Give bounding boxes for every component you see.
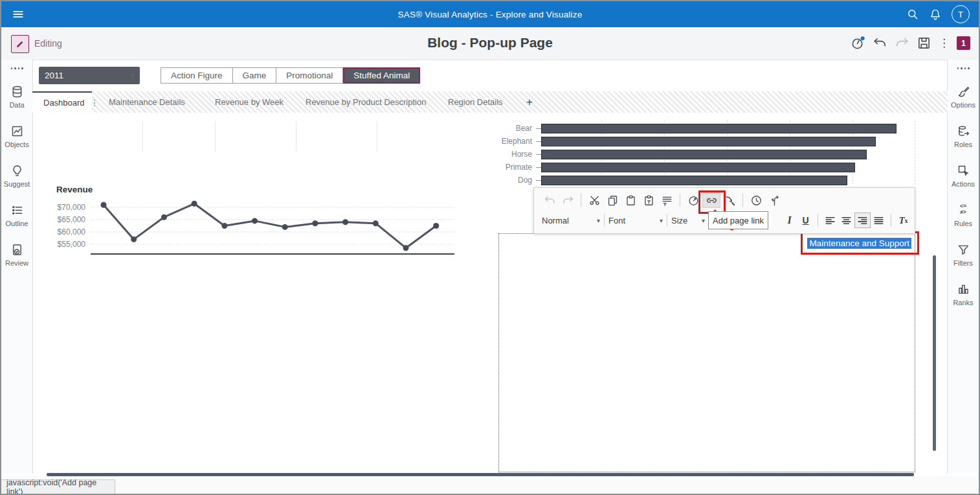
add-page-button[interactable]: + (526, 91, 533, 113)
kpi-divider (377, 121, 377, 152)
y-axis-label: $60,000 (56, 227, 85, 236)
year-dropdown-value: 2011 (45, 71, 63, 80)
database-icon (10, 85, 24, 98)
date-time-button[interactable] (747, 192, 765, 208)
bell-icon[interactable] (929, 8, 942, 21)
review-doc-icon (10, 243, 24, 257)
rail-item-roles[interactable]: Roles (948, 124, 979, 148)
align-justify-icon (873, 214, 885, 227)
cut-button[interactable] (585, 192, 603, 208)
vertical-scrollbar[interactable] (933, 255, 936, 451)
rail-item-objects[interactable]: Objects (1, 124, 32, 148)
search-icon[interactable] (906, 8, 919, 21)
url-link-icon (724, 194, 736, 207)
rail-item-outline[interactable]: Outline (1, 203, 32, 227)
data-point (192, 201, 197, 207)
align-right-button[interactable] (854, 213, 871, 228)
rail-item-label: Ranks (953, 299, 973, 306)
kpi-divider (142, 121, 143, 152)
notification-badge[interactable]: 1 (957, 36, 970, 50)
size-value: Size (671, 216, 687, 225)
rail-overflow-dots[interactable] (1, 60, 32, 69)
app-bar-actions: T (906, 1, 970, 27)
add-url-link-button[interactable] (720, 192, 739, 208)
product-button-stuffed-animal[interactable]: Stuffed Animal (343, 67, 420, 84)
clear-formatting-button[interactable]: Tx (895, 213, 911, 228)
rail-item-label: Roles (954, 141, 972, 148)
page-title: Blog - Pop-up Page (1, 35, 979, 51)
axis-tick (536, 167, 541, 168)
paragraph-style-dropdown[interactable]: Normal ▾ (542, 216, 600, 225)
data-point (252, 218, 258, 224)
refresh-status-icon[interactable] (851, 36, 865, 51)
data-point (342, 219, 348, 225)
bar-horse[interactable] (541, 150, 867, 159)
more-options-icon[interactable]: ⋮ (939, 36, 950, 50)
underline-button[interactable]: U (797, 213, 814, 228)
size-dropdown[interactable]: Size ▾ (671, 216, 705, 225)
rail-item-review[interactable]: Review (1, 243, 32, 267)
tab-dashboard[interactable]: Dashboard ⋮ (32, 91, 92, 113)
rail-overflow-dots[interactable] (948, 60, 979, 69)
bar-elephant[interactable] (541, 137, 876, 146)
dynamic-text-icon (687, 194, 700, 207)
data-point (221, 223, 227, 229)
product-button-promotional[interactable]: Promotional (276, 67, 343, 84)
font-dropdown[interactable]: Font ▾ (608, 216, 663, 225)
product-button-game[interactable]: Game (233, 67, 277, 84)
rail-item-actions[interactable]: Actions (948, 164, 979, 188)
italic-button[interactable]: I (781, 213, 797, 228)
line-chart[interactable] (85, 188, 461, 259)
axis-tick (536, 154, 541, 155)
align-justify-button[interactable] (871, 213, 887, 228)
tab-revenue-by-week[interactable]: Revenue by Week (215, 91, 284, 113)
rail-item-data[interactable]: Data (1, 85, 32, 109)
rich-text-object[interactable]: Maintenance and Support (498, 233, 915, 472)
data-point (282, 224, 288, 230)
dynamic-text-button[interactable] (684, 192, 702, 208)
bar-chart[interactable]: BearElephantHorsePrimateDog (500, 121, 915, 185)
copy-icon (607, 194, 619, 207)
bar-primate[interactable] (541, 163, 855, 172)
selected-text[interactable]: Maintenance and Support (807, 238, 911, 249)
paste-as-text-button[interactable] (640, 192, 658, 208)
tab-menu-icon[interactable]: ⋮ (91, 96, 99, 109)
paragraph-style-value: Normal (542, 216, 569, 225)
product-button-action-figure[interactable]: Action Figure (161, 67, 233, 84)
roles-db-icon (957, 124, 970, 138)
paste-button[interactable] (621, 192, 640, 208)
year-dropdown[interactable]: 2011 ▾ (39, 67, 140, 84)
align-center-button[interactable] (838, 213, 854, 228)
bar-bear[interactable] (541, 124, 896, 133)
toolbar-row-icons (540, 192, 783, 209)
rail-item-label: Objects (5, 141, 28, 148)
y-axis-label: $55,000 (56, 240, 85, 249)
bar-category-label: Primate (500, 163, 536, 172)
interaction-icon (768, 194, 781, 207)
add-page-link-button[interactable] (702, 192, 720, 208)
redo-button[interactable] (559, 192, 577, 208)
bar-row-dog: Dog (500, 174, 915, 187)
tab-region-details[interactable]: Region Details (448, 91, 503, 113)
rail-item-filters[interactable]: Filters (948, 243, 979, 267)
undo-icon (544, 194, 556, 207)
rail-item-options[interactable]: Options (948, 85, 979, 109)
undo-button[interactable] (540, 192, 559, 208)
tab-maintenance-details[interactable]: Maintenance Details (109, 91, 185, 113)
interactive-action-button[interactable] (765, 192, 783, 208)
redo-icon[interactable] (895, 36, 909, 51)
rail-item-rules[interactable]: <=≠>Rules (948, 203, 979, 227)
rail-item-suggest[interactable]: Suggest (1, 164, 32, 188)
paste-formatting-button[interactable] (658, 192, 676, 208)
undo-icon[interactable] (873, 36, 887, 51)
align-left-button[interactable] (822, 213, 838, 228)
tab-revenue-by-product-description[interactable]: Revenue by Product Description (306, 91, 426, 113)
rail-item-ranks[interactable]: Ranks (948, 282, 979, 306)
copy-button[interactable] (603, 192, 621, 208)
avatar[interactable]: T (952, 5, 970, 23)
save-icon[interactable] (917, 36, 931, 51)
bar-gridline (915, 121, 915, 185)
bar-dog[interactable] (541, 176, 847, 185)
header-actions: ⋮ 1 (851, 36, 970, 51)
axis-tick (536, 141, 541, 142)
